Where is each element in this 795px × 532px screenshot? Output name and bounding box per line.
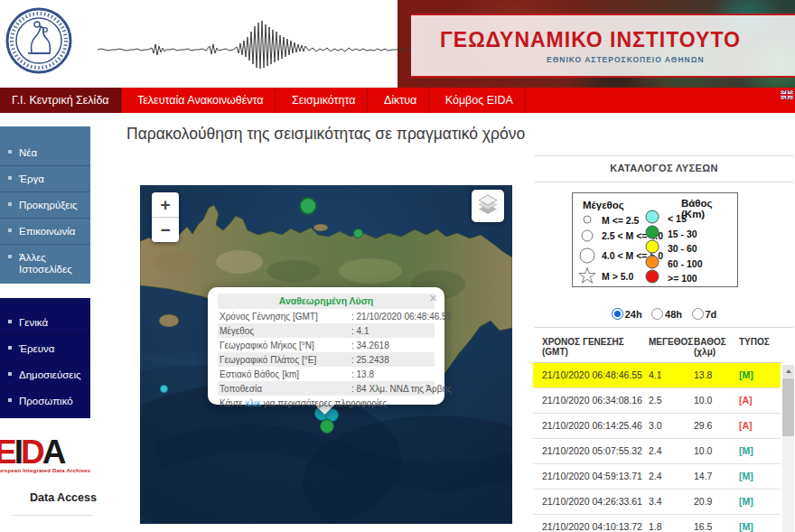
sidebar-item-label: Προκηρύξεις: [19, 200, 78, 210]
observatory-logo[interactable]: [5, 6, 73, 75]
table-body: 21/10/2020 06:48:46.55 4.1 13.8 [M] 21/1…: [533, 363, 781, 532]
cell-magnitude: 2.5: [649, 388, 694, 413]
sidebar-item[interactable]: Γενικά: [0, 310, 90, 336]
table-header-cell: ΤΥΠΟΣ: [739, 337, 781, 357]
layers-button[interactable]: [472, 190, 504, 222]
sidebar-item-label: Νέα: [19, 147, 37, 158]
eida-logo[interactable]: EIDA European Integrated Data Archives: [0, 437, 98, 473]
popup-row-value: : 13.8: [351, 369, 433, 380]
magnitude-legend-title: Μέγεθος: [583, 200, 624, 210]
depth-label: 60 - 100: [668, 258, 703, 269]
sidebar-item[interactable]: Νέα: [0, 140, 90, 166]
popup-row-value: : 34.2618: [351, 340, 433, 351]
sidebar-item[interactable]: Άλλες Ιστοσελίδες: [0, 245, 90, 282]
nav-item[interactable]: Σεισμικότητα: [280, 88, 369, 113]
header: ΓΕΩΔΥΝΑΜΙΚΟ ΙΝΣΤΙΤΟΥΤΟ ΕΘΝΙΚΟ ΑΣΤΕΡΟΣΚΟΠ…: [0, 0, 795, 88]
sidebar-item[interactable]: Έρευνα: [0, 336, 90, 362]
map-legend: Μέγεθος M <= 2.5 2.5 < M <= 4.0: [572, 192, 738, 287]
time-range-radio[interactable]: 24h: [612, 308, 642, 320]
cell-type: [A]: [739, 388, 781, 413]
eida-letter: A: [42, 434, 64, 471]
data-access-link[interactable]: Data Access: [30, 491, 97, 504]
layers-icon: [472, 190, 504, 222]
popup-row-value: : 21/10/2020 06:48:46.55: [351, 311, 452, 322]
popup-table: Χρόνος Γέννησης [GMT] : 21/10/2020 06:48…: [218, 309, 435, 396]
eida-letter: E: [0, 434, 14, 471]
bullet-icon: [8, 150, 12, 154]
table-row[interactable]: 21/10/2020 06:14:25.46 3.0 29.6 [A]: [533, 414, 781, 439]
radio-icon: [651, 308, 663, 320]
seismograph-trace: [98, 14, 426, 70]
nav-item[interactable]: Τελευταία Ανακοινωθέντα: [126, 88, 276, 113]
zoom-in-button[interactable]: +: [152, 192, 179, 218]
table-row[interactable]: 21/10/2020 06:34:08.16 2.5 10.0 [A]: [533, 388, 781, 414]
depth-circle-icon: [646, 210, 659, 224]
depth-circle-icon: [646, 225, 659, 238]
cell-magnitude: 2.4: [649, 464, 694, 489]
cell-depth: 29.6: [694, 414, 739, 438]
earthquake-marker-large-green[interactable]: [299, 197, 317, 215]
scrollbar-up-arrow[interactable]: [782, 365, 794, 378]
institute-subtitle: ΕΘΝΙΚΟ ΑΣΤΕΡΟΣΚΟΠΕΙΟ ΑΘΗΝΩΝ: [547, 55, 705, 64]
table-row[interactable]: 21/10/2020 05:07:55.32 2.4 10.0 [M]: [533, 439, 781, 464]
popup-row-label: Γεωγραφικό Πλάτος [°E]: [220, 354, 351, 366]
cell-magnitude: 3.4: [649, 490, 694, 514]
popup-row: Τοποθεσία : 84 Χλμ. ΝΝΔ της Άρβης: [218, 381, 435, 396]
page: ΓΕΩΔΥΝΑΜΙΚΟ ΙΝΣΤΙΤΟΥΤΟ ΕΘΝΙΚΟ ΑΣΤΕΡΟΣΚΟΠ…: [0, 0, 795, 532]
depth-legend-item: 30 - 60: [645, 239, 703, 255]
bullet-icon: [8, 346, 12, 350]
nav-item[interactable]: Γ.Ι. Κεντρική Σελίδα: [0, 88, 122, 113]
time-range-label: 48h: [665, 309, 682, 320]
popup-row-value: : 4.1: [351, 325, 433, 337]
depth-legend-item: 15 - 30: [645, 225, 703, 240]
more-info-link[interactable]: κλικ: [246, 398, 261, 408]
solutions-panel: ΚΑΤΑΛΟΓΟΣ ΛΥΣΕΩΝ Μέγεθος M <= 2.5 2.5 < …: [533, 145, 795, 532]
cell-type: [M]: [739, 490, 781, 514]
table-row[interactable]: 21/10/2020 04:10:13.72 1.8 16.5 [M]: [533, 515, 781, 532]
cell-magnitude: 3.0: [649, 414, 694, 438]
sidebar-divider: [13, 515, 92, 516]
sidebar-item[interactable]: Προσωπικό: [0, 388, 90, 414]
nav-item[interactable]: Κόμβος EIDA: [434, 88, 526, 113]
earthquake-marker-cyan[interactable]: [160, 385, 168, 393]
close-icon[interactable]: ×: [429, 291, 437, 304]
sidebar-item-label: Έρευνα: [19, 343, 54, 354]
sidebar-item-label: Άλλες Ιστοσελίδες: [19, 252, 72, 275]
table-row[interactable]: 21/10/2020 04:59:13.71 2.4 14.7 [M]: [533, 464, 781, 490]
cell-time: 21/10/2020 06:48:46.55: [542, 363, 649, 387]
sidebar-item[interactable]: Προκηρύξεις: [0, 192, 90, 219]
earthquake-marker-small-green[interactable]: [353, 229, 363, 238]
popup-footer-text: για περισσότερες πληροφορίες: [261, 398, 388, 408]
table-row[interactable]: 21/10/2020 04:26:33.61 3.4 20.9 [M]: [533, 490, 781, 515]
cell-time: 21/10/2020 06:14:25.46: [542, 414, 649, 438]
panel-title: ΚΑΤΑΛΟΓΟΣ ΛΥΣΕΩΝ: [533, 163, 795, 173]
depth-legend-item: 60 - 100: [645, 255, 703, 270]
popup-row: Χρόνος Γέννησης [GMT] : 21/10/2020 06:48…: [218, 309, 435, 323]
magnitude-symbol-icon: [584, 215, 592, 223]
sidebar-item[interactable]: Έργα: [0, 166, 90, 192]
popup-row-value: : 25.2438: [351, 354, 433, 366]
radio-icon: [692, 308, 704, 320]
depth-legend-item: >= 100: [645, 269, 703, 285]
scrollbar-thumb[interactable]: [782, 378, 794, 436]
time-range-radio[interactable]: 48h: [651, 308, 682, 320]
depth-label: < 15: [668, 213, 687, 224]
table-row[interactable]: 21/10/2020 06:48:46.55 4.1 13.8 [M]: [533, 363, 781, 388]
bullet-icon: [8, 176, 12, 180]
popup-row-label: Χρόνος Γέννησης [GMT]: [220, 311, 351, 322]
nav-item[interactable]: Δίκτυα: [372, 88, 429, 113]
popup-footer: Κάντε κλικ για περισσότερες πληροφορίες: [218, 396, 435, 411]
zoom-out-button[interactable]: −: [152, 218, 179, 242]
table-header: ΧΡΟΝΟΣ ΓΕΝΕΣΗΣ (GMT)ΜΕΓΕΘΟΣΒΑΘΟΣ (χλμ)ΤΥ…: [533, 330, 781, 363]
eida-letter: I: [14, 434, 21, 471]
seismicity-map[interactable]: + − × Αναθεωρημένη Λύση Χρόνος Γέννησης …: [140, 185, 512, 524]
time-range-radio[interactable]: 7d: [692, 308, 717, 320]
earthquake-marker-green-cluster[interactable]: [320, 419, 334, 434]
table-scrollbar[interactable]: [782, 365, 794, 532]
sidebar-item[interactable]: Δημοσιεύσεις: [0, 362, 90, 388]
divider: [535, 182, 793, 182]
sidebar-item[interactable]: Επικοινωνία: [0, 219, 90, 245]
earthquake-table: ΧΡΟΝΟΣ ΓΕΝΕΣΗΣ (GMT)ΜΕΓΕΘΟΣΒΑΘΟΣ (χλμ)ΤΥ…: [533, 330, 781, 532]
magnitude-label: M > 5.0: [602, 271, 633, 282]
english-flag-icon[interactable]: [781, 90, 793, 99]
